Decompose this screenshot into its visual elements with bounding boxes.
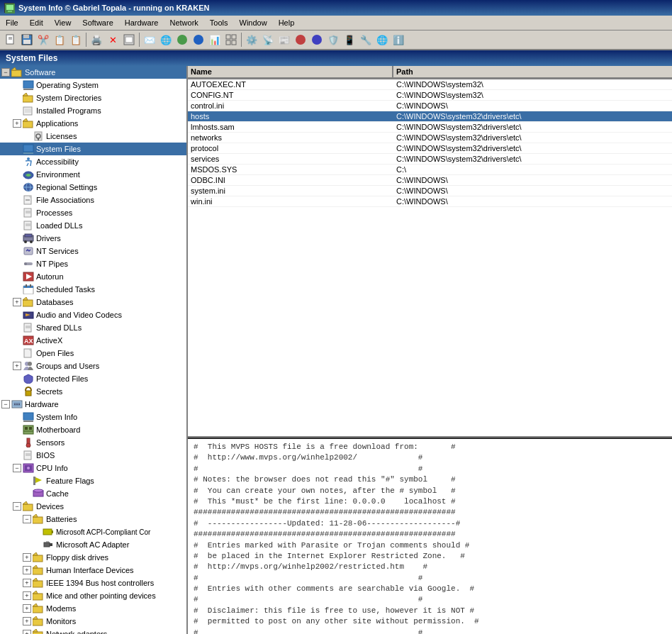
toolbar-circle-red[interactable] <box>293 32 308 48</box>
toolbar-news[interactable]: 📰 <box>276 32 292 48</box>
toolbar-copy[interactable]: 📋 <box>52 32 67 48</box>
table-row[interactable]: AUTOEXEC.NTC:\WINDOWS\system32\ <box>188 79 672 90</box>
table-row[interactable]: control.iniC:\WINDOWS\ <box>188 101 672 111</box>
menu-view[interactable]: View <box>49 17 77 28</box>
tree-environment[interactable]: Environment <box>0 168 186 181</box>
hid-expand-icon[interactable]: + <box>23 566 31 574</box>
tree-feature-flags[interactable]: Feature Flags <box>0 474 186 487</box>
ieee-expand-icon[interactable]: + <box>23 579 31 587</box>
toolbar-view[interactable] <box>121 32 137 48</box>
tree-monitors[interactable]: + Monitors <box>0 615 186 628</box>
table-row[interactable]: hostsC:\WINDOWS\system32\drivers\etc\ <box>188 111 672 122</box>
toolbar-green[interactable] <box>174 32 190 48</box>
menu-network[interactable]: Network <box>164 17 203 28</box>
modems-expand-icon[interactable]: + <box>23 604 31 613</box>
menu-window[interactable]: Window <box>234 17 273 28</box>
tree-autorun[interactable]: Autorun <box>0 270 186 283</box>
tree-hid[interactable]: + Human Interface Devices <box>0 564 186 577</box>
table-row[interactable]: system.iniC:\WINDOWS\ <box>188 186 672 196</box>
menu-help[interactable]: Help <box>273 17 301 28</box>
tree-modems[interactable]: + Modems <box>0 602 186 615</box>
toolbar-save[interactable] <box>19 32 35 48</box>
tree-licenses[interactable]: Licenses <box>0 130 186 143</box>
menu-edit[interactable]: Edit <box>24 17 49 28</box>
toolbar-chart[interactable]: 📊 <box>207 32 223 48</box>
content-area[interactable]: # This MVPS HOSTS file is a free downloa… <box>188 438 672 634</box>
tree-databases[interactable]: + Databases <box>0 296 186 308</box>
dev-expand-icon[interactable]: − <box>13 502 21 511</box>
netadapt-expand-icon[interactable]: + <box>23 630 31 634</box>
table-row[interactable]: lmhosts.samC:\WINDOWS\system32\drivers\e… <box>188 122 672 133</box>
toolbar-circle-blue2[interactable] <box>309 32 325 48</box>
tree-accessibility[interactable]: Accessibility <box>0 155 186 168</box>
grpusers-expand-icon[interactable]: + <box>13 362 21 370</box>
tree-operating-system[interactable]: Operating System <box>0 79 186 91</box>
tree-drivers[interactable]: Drivers <box>0 232 186 245</box>
tree-open-files[interactable]: Open Files <box>0 347 186 360</box>
cpu-expand-icon[interactable]: − <box>13 464 21 472</box>
tree-cpu-info[interactable]: − CPU Info <box>0 462 186 474</box>
toolbar-settings[interactable]: ⚙️ <box>244 32 259 48</box>
tree-av-codecs[interactable]: Audio and Video Codecs <box>0 308 186 321</box>
batt-expand-icon[interactable]: − <box>23 515 31 523</box>
tree-nt-services[interactable]: NT Services <box>0 245 186 257</box>
toolbar-web[interactable]: 🌐 <box>158 32 174 48</box>
tree-system-files[interactable]: System Files <box>0 143 186 155</box>
tree-network-adapters[interactable]: + Network adapters <box>0 628 186 634</box>
tree-system-directories[interactable]: System Directories <box>0 91 186 104</box>
file-list[interactable]: Name Path AUTOEXEC.NTC:\WINDOWS\system32… <box>188 66 672 438</box>
tree-activex[interactable]: AX ActiveX <box>0 334 186 347</box>
toolbar-info[interactable]: ℹ️ <box>391 32 406 48</box>
tree-hardware-root[interactable]: − Hardware <box>0 398 186 411</box>
tree-loaded-dlls[interactable]: Loaded DLLs <box>0 219 186 232</box>
toolbar-paste[interactable]: 📋 <box>68 32 84 48</box>
tree-groups-users[interactable]: + Groups and Users <box>0 360 186 372</box>
tree-mice[interactable]: + Mice and other pointing devices <box>0 589 186 602</box>
tree-installed-programs[interactable]: Installed Programs <box>0 104 186 117</box>
toolbar-shield[interactable]: 🛡️ <box>325 32 341 48</box>
toolbar-email[interactable]: ✉️ <box>142 32 157 48</box>
table-row[interactable]: servicesC:\WINDOWS\system32\drivers\etc\ <box>188 154 672 165</box>
apps-expand-icon[interactable]: + <box>13 119 21 128</box>
toolbar-new[interactable] <box>3 32 18 48</box>
tree-shared-dlls[interactable]: Shared DLLs <box>0 321 186 334</box>
col-header-path[interactable]: Path <box>393 66 672 79</box>
toolbar-delete[interactable]: ✕ <box>105 32 121 48</box>
tree-bios[interactable]: BIOS <box>0 449 186 462</box>
table-row[interactable]: win.iniC:\WINDOWS\ <box>188 196 672 207</box>
tree-nt-pipes[interactable]: NT Pipes <box>0 257 186 270</box>
toolbar-grid[interactable] <box>223 32 239 48</box>
monitors-expand-icon[interactable]: + <box>23 617 31 625</box>
tree-protected-files[interactable]: Protected Files <box>0 372 186 385</box>
menu-tools[interactable]: Tools <box>204 17 234 28</box>
mice-expand-icon[interactable]: + <box>23 591 31 600</box>
menu-file[interactable]: File <box>0 17 24 28</box>
tree-software-root[interactable]: − Software <box>0 66 186 79</box>
tree-sensors[interactable]: Sensors <box>0 436 186 449</box>
software-expand-icon[interactable]: − <box>1 68 10 77</box>
db-expand-icon[interactable]: + <box>13 298 21 306</box>
toolbar-print[interactable]: 🖨️ <box>89 32 104 48</box>
tree-regional[interactable]: Regional Settings <box>0 181 186 194</box>
tree-cache[interactable]: Cache <box>0 487 186 500</box>
toolbar-mobile[interactable]: 📱 <box>342 32 357 48</box>
table-row[interactable]: ODBC.INIC:\WINDOWS\ <box>188 175 672 186</box>
tree-applications[interactable]: + Applications <box>0 117 186 130</box>
floppy-expand-icon[interactable]: + <box>23 553 31 562</box>
tree-batteries[interactable]: − Batteries <box>0 513 186 525</box>
table-row[interactable]: protocolC:\WINDOWS\system32\drivers\etc\ <box>188 143 672 154</box>
tree-ac-adapter[interactable]: Microsoft AC Adapter <box>0 538 186 551</box>
toolbar-wrench[interactable]: 🔧 <box>358 32 374 48</box>
toolbar-blue[interactable] <box>191 32 206 48</box>
tree-panel[interactable]: − Software Operating System System Direc… <box>0 66 188 634</box>
tree-secrets[interactable]: Secrets <box>0 385 186 398</box>
menu-software[interactable]: Software <box>77 17 118 28</box>
tree-devices[interactable]: − Devices <box>0 500 186 513</box>
tree-floppy[interactable]: + Floppy disk drives <box>0 551 186 564</box>
toolbar-globe[interactable]: 🌐 <box>374 32 390 48</box>
table-row[interactable]: networksC:\WINDOWS\system32\drivers\etc\ <box>188 133 672 143</box>
tree-acpi[interactable]: Microsoft ACPI-Compliant Cor <box>0 525 186 538</box>
hw-expand-icon[interactable]: − <box>1 400 10 408</box>
toolbar-network[interactable]: 📡 <box>260 32 276 48</box>
tree-motherboard[interactable]: Motherboard <box>0 423 186 436</box>
